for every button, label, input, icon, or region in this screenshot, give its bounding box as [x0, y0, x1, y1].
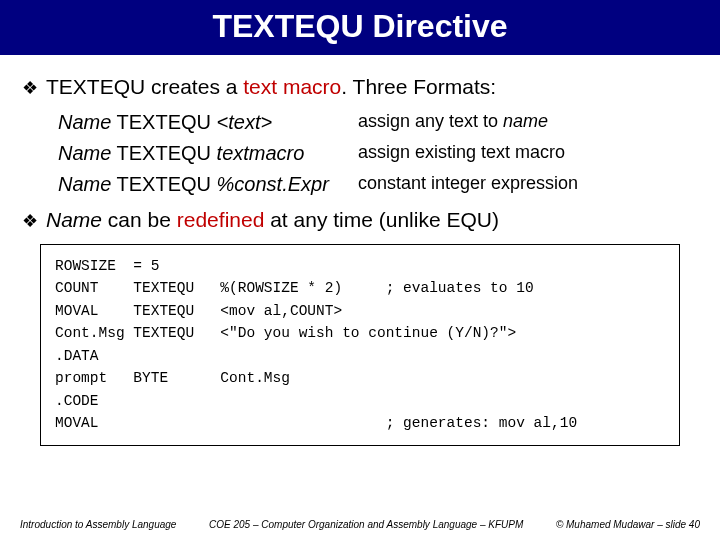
- bullet-1-post: . Three Formats:: [341, 75, 496, 98]
- code-block: ROWSIZE = 5 COUNT TEXTEQU %(ROWSIZE * 2)…: [40, 244, 680, 446]
- format-desc: constant integer expression: [358, 173, 578, 196]
- format-desc: assign any text to name: [358, 111, 548, 134]
- slide-title: TEXTEQU Directive: [0, 0, 720, 55]
- bullet-1: ❖ TEXTEQU creates a text macro. Three Fo…: [22, 75, 698, 101]
- bullet-icon: ❖: [22, 208, 38, 234]
- format-name: Name: [58, 142, 111, 164]
- bullet-2-mid: can be: [102, 208, 177, 231]
- bullet-1-text: TEXTEQU creates a text macro. Three Form…: [46, 75, 496, 99]
- format-kw: TEXTEQU: [111, 111, 216, 133]
- footer-right: © Muhamed Mudawar – slide 40: [556, 519, 700, 530]
- bullet-2-red: redefined: [177, 208, 265, 231]
- bullet-2: ❖ Name can be redefined at any time (unl…: [22, 208, 698, 234]
- format-row: Name TEXTEQU %const.Expr constant intege…: [58, 173, 698, 196]
- format-left: Name TEXTEQU textmacro: [58, 142, 358, 165]
- format-name: Name: [58, 173, 111, 195]
- format-desc-pre: constant integer expression: [358, 173, 578, 193]
- bullet-1-pre: TEXTEQU creates a: [46, 75, 243, 98]
- format-row: Name TEXTEQU <text> assign any text to n…: [58, 111, 698, 134]
- format-arg: textmacro: [217, 142, 305, 164]
- format-list: Name TEXTEQU <text> assign any text to n…: [58, 111, 698, 196]
- bullet-2-text: Name can be redefined at any time (unlik…: [46, 208, 499, 232]
- footer-mid: COE 205 – Computer Organization and Asse…: [176, 519, 555, 530]
- format-desc-em: name: [503, 111, 548, 131]
- format-arg: %const.Expr: [217, 173, 329, 195]
- bullet-2-em: Name: [46, 208, 102, 231]
- format-arg: <text>: [217, 111, 273, 133]
- bullet-2-post: at any time (unlike EQU): [264, 208, 499, 231]
- footer: Introduction to Assembly Language COE 20…: [0, 519, 720, 530]
- format-desc-pre: assign any text to: [358, 111, 503, 131]
- format-left: Name TEXTEQU <text>: [58, 111, 358, 134]
- bullet-1-red: text macro: [243, 75, 341, 98]
- format-desc: assign existing text macro: [358, 142, 565, 165]
- format-row: Name TEXTEQU textmacro assign existing t…: [58, 142, 698, 165]
- slide-body: ❖ TEXTEQU creates a text macro. Three Fo…: [0, 55, 720, 446]
- bullet-icon: ❖: [22, 75, 38, 101]
- footer-left: Introduction to Assembly Language: [20, 519, 176, 530]
- format-desc-pre: assign existing text macro: [358, 142, 565, 162]
- format-kw: TEXTEQU: [111, 173, 216, 195]
- format-name: Name: [58, 111, 111, 133]
- format-kw: TEXTEQU: [111, 142, 216, 164]
- format-left: Name TEXTEQU %const.Expr: [58, 173, 358, 196]
- slide: TEXTEQU Directive ❖ TEXTEQU creates a te…: [0, 0, 720, 540]
